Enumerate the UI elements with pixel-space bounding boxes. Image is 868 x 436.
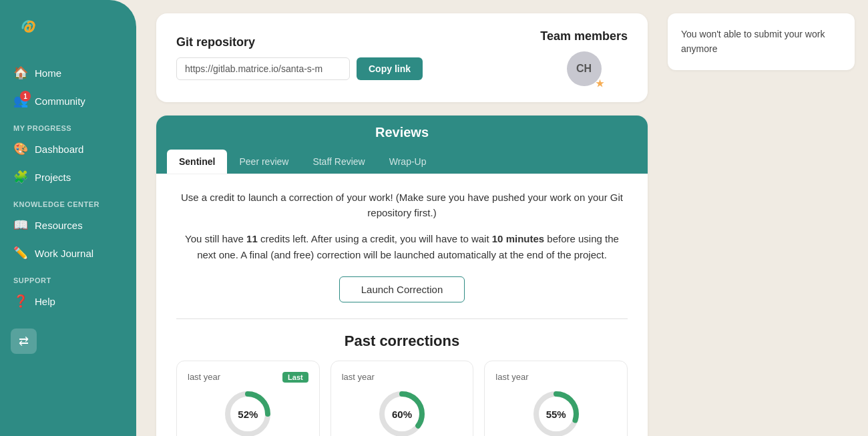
- resources-icon: 📖: [13, 218, 28, 232]
- dashboard-icon: 🎨: [13, 142, 28, 156]
- community-badge: 1: [20, 91, 31, 101]
- past-corrections-title: Past corrections: [176, 333, 628, 350]
- sidebar-bottom: ⇄: [0, 315, 136, 367]
- sidebar-item-label: Resources: [35, 220, 83, 231]
- credits-text: You still have 11 credits left. After us…: [176, 231, 628, 263]
- home-icon: 🏠: [13, 65, 28, 80]
- app-logo: [13, 13, 43, 43]
- sidebar-item-label: Projects: [35, 172, 71, 183]
- work-journal-icon: ✏️: [13, 246, 28, 260]
- reviews-body: Use a credit to launch a correction of y…: [156, 174, 648, 436]
- reviews-description: Use a credit to launch a correction of y…: [176, 190, 628, 220]
- git-input-row: Copy link: [176, 57, 423, 80]
- sidebar-item-label: Dashboard: [35, 144, 83, 155]
- sidebar-item-work-journal[interactable]: ✏️ Work Journal: [0, 239, 136, 267]
- tab-staff-review[interactable]: Staff Review: [300, 150, 377, 174]
- correction-card-2-label: last year: [342, 372, 463, 382]
- section-knowledge-center: KNOWLEDGE CENTER: [0, 191, 136, 211]
- copy-link-button[interactable]: Copy link: [357, 57, 423, 80]
- team-members-title: Team members: [540, 29, 628, 43]
- sidebar-item-home[interactable]: 🏠 Home: [0, 59, 136, 87]
- tab-wrap-up[interactable]: Wrap-Up: [377, 150, 439, 174]
- launch-correction-button[interactable]: Launch Correction: [339, 276, 465, 302]
- sidebar-item-label: Work Journal: [35, 248, 93, 259]
- donut-3: 55%: [495, 387, 616, 436]
- git-repo-card: Git repository Copy link Team members CH…: [156, 13, 648, 102]
- right-panel: You won't able to submit your work anymo…: [668, 0, 868, 436]
- donut-1: 52%: [188, 387, 308, 436]
- warning-text: You won't able to submit your work anymo…: [681, 27, 841, 57]
- logo-area: [0, 13, 136, 59]
- reviews-tabs: Sentinel Peer review Staff Review Wrap-U…: [156, 150, 648, 174]
- sidebar-item-projects[interactable]: 🧩 Projects: [0, 163, 136, 191]
- correction-card-1: last year Last 52%: [176, 361, 320, 436]
- svg-point-0: [15, 15, 41, 41]
- section-my-progress: MY PROGRESS: [0, 115, 136, 135]
- section-support: SUPPORT: [0, 267, 136, 287]
- help-icon: ❓: [13, 294, 28, 308]
- donut-2-label: 60%: [392, 409, 412, 420]
- credits-count: 11: [246, 233, 258, 244]
- correction-cards: last year Last 52% last ye: [176, 361, 628, 436]
- tab-sentinel[interactable]: Sentinel: [167, 150, 227, 174]
- sidebar-item-community[interactable]: 1 👥 Community: [0, 87, 136, 115]
- avatar: CH ★: [567, 51, 602, 86]
- sidebar-item-label: Home: [35, 67, 61, 79]
- sidebar-item-resources[interactable]: 📖 Resources: [0, 211, 136, 239]
- sidebar-item-label: Community: [35, 95, 85, 107]
- donut-1-label: 52%: [238, 409, 258, 420]
- correction-card-3: last year 55%: [484, 361, 628, 436]
- correction-card-2: last year 60%: [331, 361, 474, 436]
- warning-card: You won't able to submit your work anymo…: [668, 13, 855, 70]
- last-badge: Last: [282, 372, 308, 383]
- team-section: Team members CH ★: [540, 29, 628, 86]
- git-section: Git repository Copy link: [176, 35, 423, 80]
- avatar-star-icon: ★: [596, 78, 604, 89]
- avatar-initials: CH: [576, 63, 592, 75]
- wait-time: 10 minutes: [492, 233, 544, 244]
- toggle-button[interactable]: ⇄: [11, 329, 37, 354]
- reviews-card: Reviews Sentinel Peer review Staff Revie…: [156, 116, 648, 436]
- git-repo-input[interactable]: [176, 57, 350, 80]
- git-repo-title: Git repository: [176, 35, 423, 49]
- projects-icon: 🧩: [13, 170, 28, 184]
- sidebar-item-dashboard[interactable]: 🎨 Dashboard: [0, 135, 136, 163]
- correction-card-3-label: last year: [495, 372, 616, 382]
- donut-3-label: 55%: [546, 409, 566, 420]
- main-content: Git repository Copy link Team members CH…: [136, 0, 668, 436]
- sidebar: 🏠 Home 1 👥 Community MY PROGRESS 🎨 Dashb…: [0, 0, 136, 436]
- sidebar-item-help[interactable]: ❓ Help: [0, 287, 136, 315]
- divider: [176, 318, 628, 319]
- tab-peer-review[interactable]: Peer review: [227, 150, 300, 174]
- reviews-header: Reviews: [156, 116, 648, 150]
- sidebar-item-label: Help: [35, 296, 55, 307]
- donut-2: 60%: [342, 387, 463, 436]
